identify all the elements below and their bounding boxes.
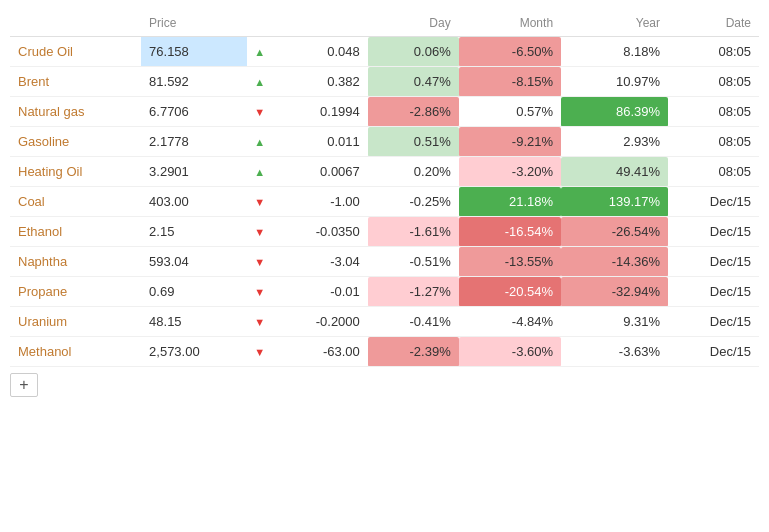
commodity-name: Heating Oil: [10, 157, 141, 187]
commodity-month: -6.50%: [459, 37, 561, 67]
header-name: [10, 10, 141, 37]
commodity-change: 0.048: [272, 37, 367, 67]
commodity-price: 81.592: [141, 67, 247, 97]
down-arrow-icon: ▼: [254, 316, 265, 328]
commodity-name: Brent: [10, 67, 141, 97]
commodity-name: Crude Oil: [10, 37, 141, 67]
commodity-arrow: ▲: [247, 157, 272, 187]
table-row[interactable]: Coal403.00▼-1.00-0.25%21.18%139.17%Dec/1…: [10, 187, 759, 217]
commodities-table: Price Day Month Year Date Crude Oil76.15…: [10, 10, 759, 367]
header-change: [272, 10, 367, 37]
commodity-day: -0.41%: [368, 307, 459, 337]
commodity-day: 0.06%: [368, 37, 459, 67]
commodity-date: Dec/15: [668, 337, 759, 367]
commodity-price: 76.158: [141, 37, 247, 67]
commodity-year: 49.41%: [561, 157, 668, 187]
down-arrow-icon: ▼: [254, 196, 265, 208]
commodity-change: 0.011: [272, 127, 367, 157]
commodity-year: -3.63%: [561, 337, 668, 367]
header-price: Price: [141, 10, 247, 37]
commodity-date: 08:05: [668, 157, 759, 187]
commodity-change: 0.1994: [272, 97, 367, 127]
table-row[interactable]: Uranium48.15▼-0.2000-0.41%-4.84%9.31%Dec…: [10, 307, 759, 337]
commodity-month: 0.57%: [459, 97, 561, 127]
down-arrow-icon: ▼: [254, 286, 265, 298]
commodity-arrow: ▼: [247, 307, 272, 337]
commodity-arrow: ▲: [247, 67, 272, 97]
commodity-arrow: ▲: [247, 127, 272, 157]
commodity-arrow: ▼: [247, 97, 272, 127]
commodity-date: 08:05: [668, 127, 759, 157]
commodity-year: -14.36%: [561, 247, 668, 277]
commodity-date: 08:05: [668, 97, 759, 127]
commodity-name: Naphtha: [10, 247, 141, 277]
commodity-date: Dec/15: [668, 247, 759, 277]
commodity-change: -0.2000: [272, 307, 367, 337]
commodity-month: -3.20%: [459, 157, 561, 187]
table-row[interactable]: Natural gas6.7706▼0.1994-2.86%0.57%86.39…: [10, 97, 759, 127]
down-arrow-icon: ▼: [254, 226, 265, 238]
commodity-name: Uranium: [10, 307, 141, 337]
table-row[interactable]: Heating Oil3.2901▲0.00670.20%-3.20%49.41…: [10, 157, 759, 187]
commodity-year: 139.17%: [561, 187, 668, 217]
commodity-price: 0.69: [141, 277, 247, 307]
commodity-name: Gasoline: [10, 127, 141, 157]
commodity-month: -9.21%: [459, 127, 561, 157]
up-arrow-icon: ▲: [254, 166, 265, 178]
commodity-month: -16.54%: [459, 217, 561, 247]
table-row[interactable]: Methanol2,573.00▼-63.00-2.39%-3.60%-3.63…: [10, 337, 759, 367]
commodity-name: Natural gas: [10, 97, 141, 127]
commodity-arrow: ▼: [247, 247, 272, 277]
commodity-date: Dec/15: [668, 277, 759, 307]
commodity-day: -2.86%: [368, 97, 459, 127]
commodity-change: 0.0067: [272, 157, 367, 187]
commodity-day: 0.51%: [368, 127, 459, 157]
commodity-year: 86.39%: [561, 97, 668, 127]
commodity-month: -13.55%: [459, 247, 561, 277]
table-row[interactable]: Gasoline2.1778▲0.0110.51%-9.21%2.93%08:0…: [10, 127, 759, 157]
commodity-price: 2,573.00: [141, 337, 247, 367]
commodity-day: 0.47%: [368, 67, 459, 97]
down-arrow-icon: ▼: [254, 346, 265, 358]
commodity-day: -1.27%: [368, 277, 459, 307]
commodity-month: -4.84%: [459, 307, 561, 337]
table-row[interactable]: Ethanol2.15▼-0.0350-1.61%-16.54%-26.54%D…: [10, 217, 759, 247]
commodity-month: -8.15%: [459, 67, 561, 97]
table-row[interactable]: Brent81.592▲0.3820.47%-8.15%10.97%08:05: [10, 67, 759, 97]
commodity-day: -2.39%: [368, 337, 459, 367]
down-arrow-icon: ▼: [254, 256, 265, 268]
commodity-name: Propane: [10, 277, 141, 307]
commodity-name: Ethanol: [10, 217, 141, 247]
up-arrow-icon: ▲: [254, 136, 265, 148]
commodity-change: -0.0350: [272, 217, 367, 247]
commodity-day: -1.61%: [368, 217, 459, 247]
commodity-change: -63.00: [272, 337, 367, 367]
add-commodity-button[interactable]: +: [10, 373, 38, 397]
commodity-month: 21.18%: [459, 187, 561, 217]
table-row[interactable]: Crude Oil76.158▲0.0480.06%-6.50%8.18%08:…: [10, 37, 759, 67]
commodity-price: 6.7706: [141, 97, 247, 127]
commodities-table-container: Price Day Month Year Date Crude Oil76.15…: [0, 0, 769, 407]
commodity-date: Dec/15: [668, 307, 759, 337]
commodity-year: 9.31%: [561, 307, 668, 337]
commodity-year: -26.54%: [561, 217, 668, 247]
down-arrow-icon: ▼: [254, 106, 265, 118]
commodity-price: 2.15: [141, 217, 247, 247]
commodity-date: Dec/15: [668, 217, 759, 247]
table-row[interactable]: Propane0.69▼-0.01-1.27%-20.54%-32.94%Dec…: [10, 277, 759, 307]
header-day: Day: [368, 10, 459, 37]
commodity-month: -20.54%: [459, 277, 561, 307]
commodity-price: 3.2901: [141, 157, 247, 187]
table-row[interactable]: Naphtha593.04▼-3.04-0.51%-13.55%-14.36%D…: [10, 247, 759, 277]
commodity-date: 08:05: [668, 67, 759, 97]
commodity-year: 10.97%: [561, 67, 668, 97]
commodity-arrow: ▲: [247, 37, 272, 67]
commodity-month: -3.60%: [459, 337, 561, 367]
commodity-change: -3.04: [272, 247, 367, 277]
commodity-arrow: ▼: [247, 187, 272, 217]
header-date: Date: [668, 10, 759, 37]
commodity-year: 2.93%: [561, 127, 668, 157]
commodity-arrow: ▼: [247, 337, 272, 367]
commodity-year: 8.18%: [561, 37, 668, 67]
commodity-arrow: ▼: [247, 277, 272, 307]
